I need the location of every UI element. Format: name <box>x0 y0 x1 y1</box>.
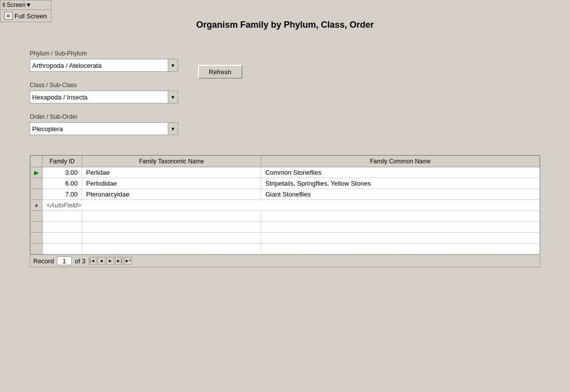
table-row[interactable]: 7.00PteronarcyidaeGiant Stoneflies <box>31 189 540 200</box>
table-section: Family ID Family Taxonomic Name Family C… <box>30 155 540 267</box>
autofield-cell: <AutoField> <box>43 200 540 211</box>
main-content: Organism Family by Phylum, Class, Order … <box>0 0 570 287</box>
refresh-button[interactable]: Refresh <box>198 65 242 79</box>
nav-new-button[interactable]: ►* <box>124 257 132 265</box>
record-current-input[interactable] <box>57 256 72 265</box>
empty-cell <box>261 233 540 244</box>
empty-cell <box>261 222 540 233</box>
empty-row <box>31 244 540 254</box>
col-header-common: Family Common Name <box>261 156 540 167</box>
class-select-wrapper: Hexapoda / Insecta ▼ <box>30 91 178 103</box>
nav-buttons: |◄ ◄ ► ►| ►* <box>89 257 132 265</box>
common-cell: Giant Stoneflies <box>261 189 540 200</box>
table-header-row: Family ID Family Taxonomic Name Family C… <box>31 156 540 167</box>
fullscreen-icon: ⊞ <box>4 12 12 20</box>
nav-next-button[interactable]: ► <box>106 257 114 265</box>
empty-cell <box>82 233 261 244</box>
order-group: Order / Sub-Order Plecoptera ▼ <box>30 113 178 135</box>
family-id-cell: 7.00 <box>43 189 82 200</box>
record-nav: Record of 3 |◄ ◄ ► ►| ►* <box>30 254 540 267</box>
phylum-label: Phylum / Sub-Phylum <box>30 50 178 57</box>
taxonomic-cell: Pteronarcyidae <box>82 189 261 200</box>
family-id-cell: 6.00 <box>43 178 82 189</box>
empty-cell <box>43 244 82 254</box>
empty-row <box>31 222 540 233</box>
fullscreen-button[interactable]: ⊞ Full Screen <box>0 10 51 22</box>
empty-cell <box>43 222 82 233</box>
empty-cell <box>261 244 540 254</box>
record-of-label: of 3 <box>75 257 86 265</box>
col-header-selector <box>31 156 43 167</box>
empty-indicator <box>31 233 43 244</box>
page-title: Organism Family by Phylum, Class, Order <box>30 20 540 30</box>
empty-cell <box>82 244 261 254</box>
topbar: ll Screen ▼ ⊞ Full Screen <box>0 0 51 22</box>
empty-cell <box>43 233 82 244</box>
empty-row <box>31 233 540 244</box>
order-select-wrapper: Plecoptera ▼ <box>30 122 178 135</box>
phylum-select[interactable]: Arthropoda / Atelocerata <box>30 59 168 72</box>
taxonomic-cell: Perlidae <box>82 167 261 178</box>
nav-first-button[interactable]: |◄ <box>89 257 96 265</box>
autofield-row: +<AutoField> <box>31 200 540 211</box>
order-arrow-btn[interactable]: ▼ <box>168 122 178 135</box>
nav-last-button[interactable]: ►| <box>115 257 123 265</box>
row-indicator-cell: ▶ <box>31 167 43 178</box>
taxonomic-cell: Perlodidae <box>82 178 261 189</box>
form-section: Phylum / Sub-Phylum Arthropoda / Ateloce… <box>30 50 540 135</box>
common-cell: Stripetails, Springflies, Yellow Stones <box>261 178 540 189</box>
record-label: Record <box>33 257 54 265</box>
autofield-indicator: + <box>31 200 43 211</box>
table-row[interactable]: 6.00PerlodidaeStripetails, Springflies, … <box>31 178 540 189</box>
order-label: Order / Sub-Order <box>30 113 178 120</box>
data-table: Family ID Family Taxonomic Name Family C… <box>30 155 540 254</box>
row-indicator-cell <box>31 189 43 200</box>
phylum-select-wrapper: Arthropoda / Atelocerata ▼ <box>30 59 178 72</box>
empty-indicator <box>31 244 43 254</box>
empty-cell <box>261 211 540 222</box>
common-cell: Common Stoneflies <box>261 167 540 178</box>
dropdown-arrow: ▼ <box>26 1 32 8</box>
dropdown-label: ll Screen <box>2 1 26 8</box>
data-table-container: Family ID Family Taxonomic Name Family C… <box>30 155 540 267</box>
class-select[interactable]: Hexapoda / Insecta <box>30 91 168 103</box>
dropdown-area[interactable]: ll Screen ▼ <box>0 0 51 10</box>
empty-cell <box>43 211 82 222</box>
row-indicator-cell <box>31 178 43 189</box>
col-header-family-id: Family ID <box>43 156 82 167</box>
empty-cell <box>82 222 261 233</box>
empty-row <box>31 211 540 222</box>
class-group: Class / Sub-Class Hexapoda / Insecta ▼ <box>30 82 178 103</box>
nav-prev-button[interactable]: ◄ <box>97 257 105 265</box>
empty-indicator <box>31 211 43 222</box>
order-select[interactable]: Plecoptera <box>30 122 168 135</box>
form-fields: Phylum / Sub-Phylum Arthropoda / Ateloce… <box>30 50 178 135</box>
empty-cell <box>82 211 261 222</box>
class-arrow-btn[interactable]: ▼ <box>168 91 178 103</box>
class-label: Class / Sub-Class <box>30 82 178 89</box>
empty-indicator <box>31 222 43 233</box>
phylum-group: Phylum / Sub-Phylum Arthropoda / Ateloce… <box>30 50 178 72</box>
fullscreen-label: Full Screen <box>14 12 47 20</box>
col-header-taxonomic: Family Taxonomic Name <box>82 156 261 167</box>
phylum-arrow-btn[interactable]: ▼ <box>168 59 178 72</box>
table-row[interactable]: ▶3.00PerlidaeCommon Stoneflies <box>31 167 540 178</box>
family-id-cell: 3.00 <box>43 167 82 178</box>
